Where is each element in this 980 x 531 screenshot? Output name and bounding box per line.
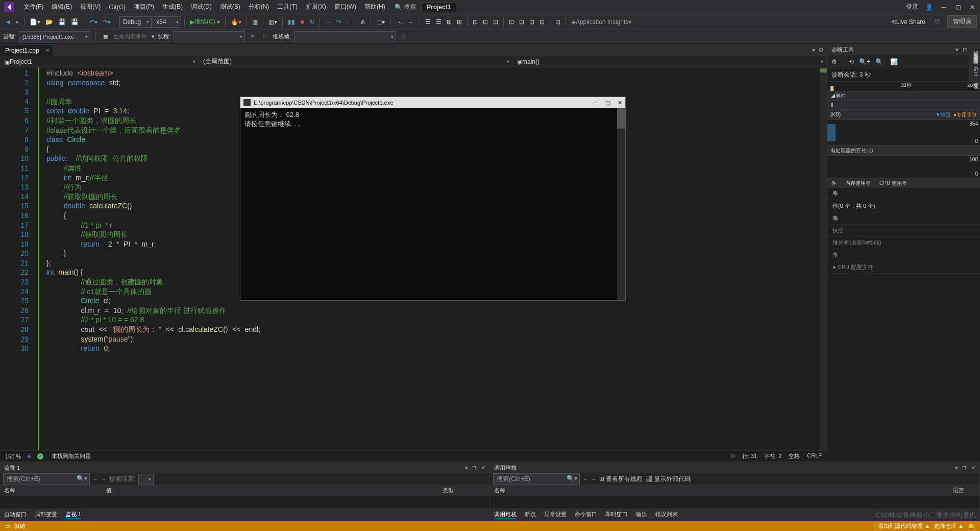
panel-pin-icon[interactable]: ⊓ [963,46,967,53]
callstack-body[interactable] [490,496,979,509]
step-into-icon[interactable]: → [323,16,333,28]
diag-pause-row[interactable]: Ⅱ [827,100,980,109]
diag-chart-icon[interactable]: 📊 [890,58,898,65]
step-icon1[interactable]: ▥ [250,16,260,28]
panel-pin-icon[interactable]: ⊓ [962,465,967,471]
tool-icon-g[interactable]: ⊞ [445,16,454,28]
undo-icon[interactable]: ↶▾ [87,16,100,28]
console-max-icon[interactable]: ▢ [605,100,610,106]
diag-gear-icon[interactable]: ⚙ [831,58,837,65]
menu-analyze[interactable]: 分析(N) [244,0,274,14]
maximize-icon[interactable]: ▢ [954,4,962,11]
console-title-bar[interactable]: E:\program\cpp\CSDN\Project1\x64\Debug\P… [240,97,625,108]
login-link[interactable]: 登录 [906,3,918,11]
dbg-icon[interactable]: ⊡ [399,31,408,42]
depth-combo[interactable] [138,474,154,485]
config-combo[interactable]: Debug [119,16,152,28]
restart-icon[interactable]: ↻ [307,16,316,28]
tab-autos[interactable]: 自动窗口 [4,511,27,519]
tab-command[interactable]: 命令窗口 [575,511,597,519]
stop-icon[interactable]: ■ [298,16,306,28]
panel-pin-icon[interactable]: ⊓ [472,465,477,471]
tool-icon-j[interactable]: ⊡ [481,16,490,28]
tool-icon-o[interactable]: ⊡ [537,16,547,28]
repo-select[interactable]: 选择仓库 ▲ [934,522,964,530]
prev-icon[interactable]: ← [93,476,98,482]
watch-search[interactable]: 搜索(Ctrl+E)🔍▾ [3,473,90,485]
menu-extensions[interactable]: 扩展(X) [302,0,330,14]
panel-close-icon[interactable]: ✕ [971,465,975,471]
indent-mode[interactable]: 空格 [789,452,800,460]
menu-debug[interactable]: 调试(D) [187,0,216,14]
external-code-btn[interactable]: ▦ 显示外部代码 [646,475,690,484]
console-close-icon[interactable]: ✕ [618,100,622,106]
menu-tools[interactable]: 工具(T) [273,0,301,14]
redo-icon[interactable]: ↷▾ [101,16,113,28]
step-over-icon[interactable]: ↷ [334,16,344,28]
menu-build[interactable]: 生成(B) [158,0,187,14]
col-type[interactable]: 类型 [438,486,489,495]
tool-icon-a[interactable]: ⋔ [358,16,368,28]
col-value[interactable]: 值 [102,486,438,495]
menu-edit[interactable]: 编辑(E) [47,0,76,14]
process-combo[interactable]: [15988] Project1.exe [19,31,90,42]
tab-exceptions[interactable]: 异常设置 [544,511,567,519]
stackframe-combo[interactable] [294,31,396,42]
lifecycle-icon[interactable]: ▦ [101,31,110,42]
tab-errorlist[interactable]: 错误列表 [655,511,678,519]
panel-menu-icon[interactable]: ▾ [955,46,959,53]
menu-window[interactable]: 窗口(W) [330,0,360,14]
watch-body[interactable] [0,496,489,509]
open-icon[interactable]: 📂 [43,16,55,28]
menu-file[interactable]: 文件(F) [19,0,47,14]
next-icon[interactable]: → [591,476,596,482]
diag-tab-summary[interactable]: 件 [827,178,841,188]
zoom-level[interactable]: 150 % [5,453,21,460]
flag-icon[interactable]: ⚑ [248,31,257,42]
step-out-icon[interactable]: ↑ [345,16,352,28]
continue-button[interactable]: ▶ 继续(C) ▾ [188,16,222,28]
source-control[interactable]: ↑ 添加到源代码管理 ▲ [874,522,930,530]
diag-tab-mem[interactable]: 内存使用率 [841,178,875,188]
tab-close-icon[interactable]: ✕ [45,47,50,53]
thread-combo[interactable] [174,31,245,42]
diag-events-row[interactable]: ◢事件 [827,91,980,100]
tool-icon-l[interactable]: ⊡ [507,16,516,28]
tool-icon-f[interactable]: ☰ [434,16,444,28]
pause-icon[interactable]: ▮▮ [286,16,297,28]
diag-tab-cpu[interactable]: CPU 使用率 [875,178,912,188]
diag-row[interactable]: 率 [827,188,980,200]
tab-immediate[interactable]: 即时窗口 [605,511,628,519]
close-icon[interactable]: ✕ [969,4,976,11]
console-min-icon[interactable]: ─ [594,100,598,106]
minimize-icon[interactable]: ─ [940,4,947,11]
tool-icon-p[interactable]: ⊡ [553,16,562,28]
save-all-icon[interactable]: 💾 [69,16,81,28]
tab-breakpoints[interactable]: 断点 [525,511,536,519]
hot-reload-icon[interactable]: 🔥▾ [229,16,243,28]
nav-func[interactable]: ◉ main() [513,56,827,67]
menu-help[interactable]: 帮助(H) [360,0,389,14]
nav-scope[interactable]: (全局范围) [199,56,513,67]
diag-row[interactable]: ● CPU 配置文件 [827,261,980,274]
tab-watch1[interactable]: 监视 1 [65,511,81,519]
all-threads-btn[interactable]: ⊞ 查看所有线程 [599,475,643,484]
save-icon[interactable]: 💾 [56,16,68,28]
col-lang[interactable]: 语言 [949,486,979,495]
tool-icon-c[interactable]: →. [394,16,405,28]
global-search[interactable]: 🔍 搜索 [395,3,416,11]
tool-icon-e[interactable]: ☰ [423,16,433,28]
menu-view[interactable]: 视图(V) [76,0,105,14]
callstack-search[interactable]: 搜索(Ctrl+E)🔍▾ [493,473,580,485]
tab-locals[interactable]: 局部变量 [35,511,57,519]
tab-dropdown-icon[interactable]: ▾ [812,46,815,54]
flag2-icon[interactable]: ⚐ [260,31,270,42]
tool-icon-d[interactable]: ← [406,16,416,28]
diag-row[interactable]: 率 [827,212,980,225]
tab-output[interactable]: 输出 [636,511,647,519]
step-icon2[interactable]: ▥▾ [266,16,279,28]
playback-icon[interactable]: ▷ [731,452,735,460]
diag-zoom-out-icon[interactable]: 🔍- [875,58,885,65]
diag-row[interactable]: 快照 [827,225,980,237]
next-icon[interactable]: → [101,476,106,482]
